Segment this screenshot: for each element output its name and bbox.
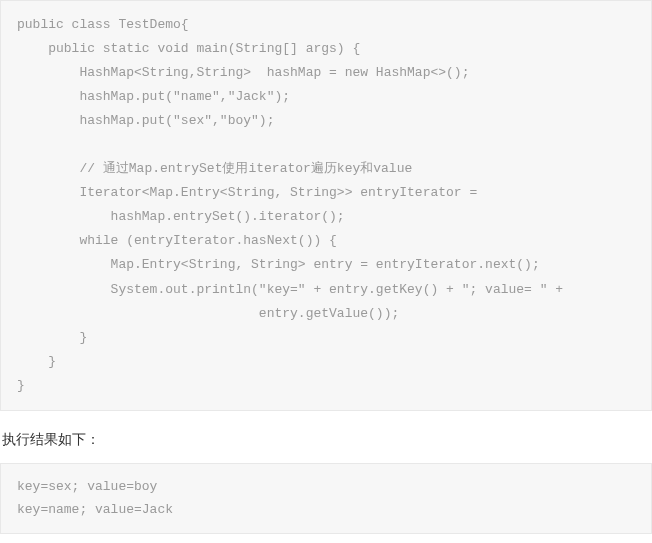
output-content: key=sex; value=boy key=name; value=Jack xyxy=(17,479,173,517)
code-content: public class TestDemo{ public static voi… xyxy=(17,17,571,393)
output-block: key=sex; value=boy key=name; value=Jack xyxy=(0,463,652,535)
result-label: 执行结果如下： xyxy=(2,431,652,449)
code-block: public class TestDemo{ public static voi… xyxy=(0,0,652,411)
